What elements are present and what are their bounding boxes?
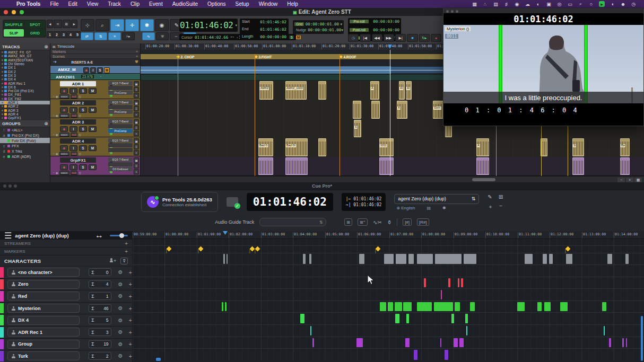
elastic-audio-icon[interactable]: ◔ [99,75,101,78]
track-list-item[interactable]: DX 4 [0,77,50,81]
solo-button[interactable]: S [79,145,87,151]
mute-button[interactable]: M [89,88,97,94]
audio-clip[interactable]: A [370,81,379,100]
group-list-item[interactable]: e ADR (ADR) [0,154,50,159]
group-list-item[interactable]: c PFX [0,143,50,148]
track-header[interactable]: Grp/FX1 ▣ I S M ◔ ❄ wave red ⚲ [50,156,140,175]
marker-diamond[interactable] [255,246,260,252]
cue-clip[interactable] [434,302,453,312]
record-enable-button[interactable] [60,107,68,113]
cue-clip[interactable] [405,338,410,348]
track-visible-dot[interactable] [2,63,3,65]
cue-clip[interactable] [310,326,311,335]
cue-clip[interactable] [517,302,525,312]
solo-button[interactable]: S [79,88,87,94]
input-monitor-button[interactable]: I [69,107,77,113]
track-name[interactable]: ADR 1 [60,81,96,86]
close-window-button[interactable] [446,10,449,13]
track-io-button[interactable]: ▣ [134,138,139,144]
menu-status-icon[interactable]: ▭ [567,1,573,7]
record-enable-button[interactable] [83,67,89,73]
record-enable-button[interactable] [60,164,68,170]
go-to-end-button[interactable]: ▶| [395,34,406,42]
marker-diamond[interactable] [167,246,172,252]
track-list-item[interactable]: ADR 4 [0,112,50,116]
insert-slot-c[interactable]: D3 DeEsser [108,167,133,171]
elastic-audio-icon[interactable]: ❄ [56,95,58,99]
grid-mode-button[interactable]: GRID [25,29,45,37]
playlist-badge[interactable]: red [71,152,78,156]
cue-clip[interactable] [448,278,450,288]
cue-clip[interactable] [406,314,409,323]
track-add-insert-button[interactable]: + [134,93,139,98]
tab-to-transient-button[interactable]: ⊦▸ [122,32,135,40]
track-name[interactable]: Grp/FX1 [60,157,96,163]
zoomer-tool-button[interactable]: ⌕ [95,19,109,31]
lane-adr-rec-1[interactable] [133,325,644,337]
input-monitor-button[interactable]: I [90,67,96,73]
cue-clip[interactable] [466,326,467,335]
track-list-item[interactable]: DX 3 [0,74,50,77]
automation-icon[interactable]: ⚲ [79,152,81,156]
character-add-cue-icon[interactable]: + [129,353,132,359]
track-header[interactable]: ADR 1 ▣ I S M ◔ ❄ wave red ⚲ [50,80,140,99]
record-enable-button[interactable] [60,88,68,94]
zoom-out-button[interactable]: − [617,178,625,182]
audio-clip[interactable]: AMXZ [259,81,273,100]
mute-clear-button[interactable]: M [296,36,301,39]
track-io-button[interactable]: ▣ [134,100,139,105]
character-name-field[interactable]: DX 4 [7,316,80,325]
track-header[interactable]: ADR 4 ▣ I S M ◔ ❄ wave red ⚲ [50,137,140,156]
renumber-r-button[interactable]: [R#] [417,218,429,226]
track-list-item[interactable]: DX_Fill2 [0,97,50,101]
funnel-icon[interactable]: ⚱ [387,219,391,225]
insert-slot-c[interactable] [108,148,133,152]
group-list-item[interactable]: d X Trks [0,148,50,154]
character-settings-icon[interactable]: ⚙ [118,341,123,347]
markers-lane[interactable] [133,246,644,253]
character-name-field[interactable]: Turk [7,351,80,360]
audio-clip[interactable] [258,157,273,175]
mute-button[interactable]: M [89,107,97,113]
add-marker-icon[interactable]: + [136,50,138,54]
cue-clip[interactable] [380,302,386,312]
track-visible-dot[interactable] [2,75,3,76]
menu-edit[interactable]: Edit [64,1,82,7]
cue-clip[interactable] [544,302,551,312]
cue-clip[interactable] [225,302,227,312]
view-selector-icon[interactable]: ◔▾ [53,60,56,64]
lane-grpfx1[interactable] [141,157,644,176]
add-box-icon[interactable]: ⊞ [344,218,352,226]
solo-button[interactable]: S [79,126,87,132]
menu-app-name[interactable]: Pro Tools [12,1,45,7]
list-icon[interactable]: ☰ [4,231,12,241]
track-view-selector[interactable]: wave [59,171,69,175]
insert-slot-b[interactable] [108,162,133,166]
track-list-item[interactable]: Prd DX (Prd DX) [0,89,50,93]
marker-diamond[interactable] [250,246,255,252]
edit-cue-button[interactable]: ✎ [488,194,492,200]
audio-guide-select[interactable]: ⇅ [259,218,326,226]
automation-icon[interactable]: ⚲ [79,171,81,175]
character-add-cue-icon[interactable]: + [129,317,132,323]
preroll-value[interactable]: 00:00:03:00 [373,19,399,24]
insert-slot-c[interactable]: ProComp [108,110,133,114]
cue-clip[interactable] [604,326,605,335]
track-header-amxz601[interactable]: AMXZ601 23.976 ◔ [50,74,140,80]
track-visible-dot[interactable] [2,51,3,53]
character-name-field[interactable]: ADR Rec 1 [7,328,80,337]
insert-slot-c[interactable]: ProComp [108,91,133,95]
lane-zero[interactable] [133,277,644,289]
ruler-timecode[interactable]: ▤Timecode [50,43,140,49]
track-list-item[interactable]: AMXZ601FXAN [0,58,50,62]
track-view-selector[interactable]: wave [59,113,69,118]
record-button[interactable]: ● [431,34,441,42]
marker-diamond[interactable] [376,246,381,252]
preroll-label[interactable]: Post-roll [350,28,369,32]
solo-button[interactable]: S [79,164,87,170]
track-comments-button[interactable]: ≡ [134,87,139,92]
menu-status-icon[interactable]: ☁ [525,1,530,7]
track-header[interactable]: ADR 2 ▣ I S M ◔ ❄ wave red ⚲ [50,99,140,118]
track-visible-dot[interactable] [2,71,3,73]
character-settings-icon[interactable]: ⚙ [118,281,123,287]
